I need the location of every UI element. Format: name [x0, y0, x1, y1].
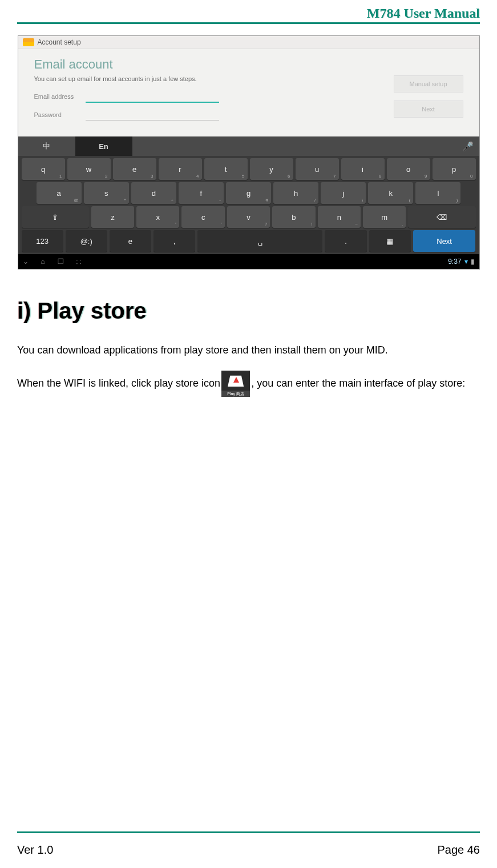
next-button[interactable]: Next: [394, 101, 463, 118]
nav-menu-icon[interactable]: ⸬: [76, 258, 81, 266]
key-t[interactable]: t5: [204, 158, 248, 180]
shift-key[interactable]: ⇧: [22, 206, 89, 228]
key-l[interactable]: l): [415, 182, 460, 204]
key-next[interactable]: Next: [413, 230, 476, 252]
key-v[interactable]: v?: [227, 206, 270, 228]
window-title-bar: Account setup: [18, 36, 479, 49]
section-heading: i) Play store: [17, 298, 480, 324]
key-space[interactable]: ␣: [197, 230, 322, 252]
key-s[interactable]: s*: [84, 182, 129, 204]
footer-rule: [17, 831, 480, 833]
paragraph-2: When the WIFI is linked, click play stor…: [17, 371, 480, 397]
wifi-icon: ▾: [464, 258, 468, 266]
footer-version: Ver 1.0: [17, 843, 53, 857]
password-label: Password: [34, 111, 86, 118]
key-o[interactable]: o9: [387, 158, 430, 180]
paragraph-1: You can download applications from play …: [17, 340, 480, 360]
email-label: Email address: [34, 93, 86, 100]
key-123[interactable]: 123: [22, 230, 63, 252]
key-p[interactable]: p0: [433, 158, 476, 180]
key-d[interactable]: d+: [131, 182, 176, 204]
on-screen-keyboard: 中 En 🎤 q1w2e3r4t5y6u7i8o9p0 a@s*d+f-g#h/…: [18, 136, 479, 254]
key-x[interactable]: x": [136, 206, 179, 228]
key-n[interactable]: n~: [318, 206, 361, 228]
key-a[interactable]: a@: [37, 182, 82, 204]
kb-tab-zh[interactable]: 中: [18, 136, 75, 156]
key-z[interactable]: z: [91, 206, 134, 228]
header-rule: [17, 22, 480, 24]
email-setup-screenshot: Account setup Email account You can set …: [18, 35, 480, 270]
key-k[interactable]: k(: [368, 182, 413, 204]
key-g[interactable]: g#: [226, 182, 271, 204]
key-y[interactable]: y6: [250, 158, 293, 180]
key-u[interactable]: u7: [296, 158, 339, 180]
key-m[interactable]: m.: [363, 206, 406, 228]
p2-part-b: , you can enter the main interface of pl…: [251, 377, 465, 389]
key-i[interactable]: i8: [341, 158, 385, 180]
kb-tab-en[interactable]: En: [75, 136, 132, 156]
window-title-text: Account setup: [38, 38, 81, 46]
key-emoji[interactable]: @:): [66, 230, 107, 252]
battery-icon: ▮: [471, 258, 475, 266]
key-c[interactable]: c': [181, 206, 224, 228]
key-h[interactable]: h/: [273, 182, 318, 204]
key-j[interactable]: j\: [321, 182, 366, 204]
clock: 9:37: [448, 258, 461, 266]
nav-home-icon[interactable]: ⌂: [41, 258, 45, 266]
key-w[interactable]: w2: [67, 158, 111, 180]
email-account-title: Email account: [34, 57, 463, 72]
key-r[interactable]: r4: [159, 158, 202, 180]
doc-header: M784 User Manual: [17, 6, 480, 21]
play-store-icon: Play 商店: [221, 371, 250, 397]
play-store-caption: Play 商店: [221, 391, 250, 397]
key-q[interactable]: q1: [22, 158, 65, 180]
key-period[interactable]: .: [325, 230, 366, 252]
password-input[interactable]: [86, 108, 219, 120]
p2-part-a: When the WIFI is linked, click play stor…: [17, 377, 220, 389]
nav-back-icon[interactable]: ⌄: [23, 258, 29, 266]
key-f[interactable]: f-: [179, 182, 224, 204]
mic-icon[interactable]: 🎤: [456, 136, 479, 156]
footer-page: Page 46: [437, 843, 480, 857]
key-b[interactable]: b!: [272, 206, 315, 228]
key-comma[interactable]: ,: [153, 230, 195, 252]
manual-setup-button[interactable]: Manual setup: [394, 75, 463, 93]
backspace-key[interactable]: ⌫: [408, 206, 475, 228]
email-input[interactable]: [86, 90, 219, 103]
mail-icon: [23, 38, 34, 46]
key-e[interactable]: e3: [113, 158, 156, 180]
nav-recent-icon[interactable]: ❐: [58, 258, 64, 266]
key-e[interactable]: e: [110, 230, 151, 252]
key-grid[interactable]: ▦: [369, 230, 411, 252]
